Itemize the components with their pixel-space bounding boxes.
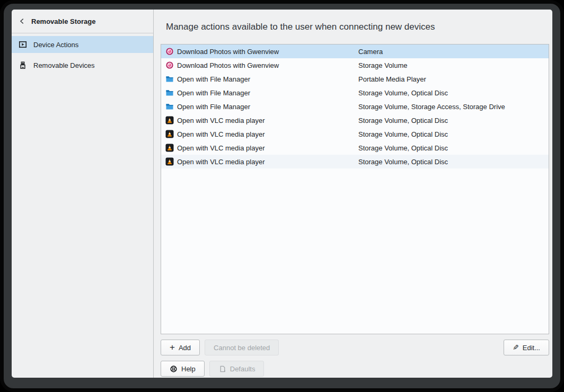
- folder-icon: [165, 75, 174, 83]
- sidebar: Removable Storage Device Actions: [12, 10, 154, 378]
- device-types: Storage Volume: [358, 61, 549, 69]
- sidebar-item-label: Device Actions: [33, 41, 78, 49]
- add-button[interactable]: + Add: [161, 340, 200, 355]
- button-row-secondary: Help Defaults: [161, 361, 549, 377]
- delete-button: Cannot be deleted: [205, 340, 279, 355]
- defaults-icon: [218, 365, 226, 373]
- help-button-label: Help: [181, 365, 196, 373]
- action-name: Open with VLC media player: [177, 144, 358, 152]
- sidebar-item-label: Removable Devices: [33, 61, 95, 69]
- action-list-row[interactable]: Open with File Manager Storage Volume, O…: [161, 86, 549, 100]
- vlc-icon: [165, 130, 174, 138]
- action-name: Open with File Manager: [177, 89, 358, 97]
- sidebar-title: Removable Storage: [31, 17, 95, 25]
- sidebar-header: Removable Storage: [12, 10, 153, 33]
- action-list-row[interactable]: Open with VLC media player Storage Volum…: [161, 141, 549, 155]
- sidebar-item-removable-devices[interactable]: Removable Devices: [12, 57, 153, 74]
- help-button[interactable]: Help: [161, 361, 205, 377]
- action-list-row[interactable]: Open with VLC media player Storage Volum…: [161, 113, 549, 127]
- device-types: Storage Volume, Optical Disc: [358, 144, 549, 152]
- action-name: Open with File Manager: [177, 75, 358, 83]
- button-row-primary: + Add Cannot be deleted ✎ Edit...: [161, 340, 549, 355]
- device-actions-list[interactable]: Download Photos with Gwenview Camera Dow…: [161, 44, 549, 334]
- pencil-icon: ✎: [513, 344, 519, 351]
- sidebar-items: Device Actions Removable Devices: [12, 33, 153, 77]
- defaults-button-label: Defaults: [230, 365, 255, 373]
- edit-button[interactable]: ✎ Edit...: [504, 340, 549, 355]
- sidebar-item-device-actions[interactable]: Device Actions: [12, 36, 153, 53]
- vlc-icon: [165, 157, 174, 166]
- action-name: Download Photos with Gwenview: [177, 48, 358, 56]
- gwenview-icon: [165, 61, 174, 69]
- action-list-row[interactable]: Open with VLC media player Storage Volum…: [161, 127, 549, 141]
- action-list-row[interactable]: Download Photos with Gwenview Camera: [161, 44, 549, 58]
- page-title: Manage actions available to the user whe…: [166, 22, 435, 32]
- action-name: Open with VLC media player: [177, 130, 358, 138]
- spacer: [284, 340, 499, 355]
- defaults-button: Defaults: [209, 361, 265, 377]
- action-name: Open with VLC media player: [177, 117, 358, 124]
- back-icon[interactable]: [18, 17, 27, 25]
- main-header: Manage actions available to the user whe…: [161, 10, 549, 44]
- folder-icon: [165, 88, 174, 97]
- device-types: Storage Volume, Optical Disc: [358, 130, 549, 138]
- device-types: Storage Volume, Optical Disc: [358, 89, 549, 97]
- vlc-icon: [165, 144, 174, 152]
- action-list-row[interactable]: Download Photos with Gwenview Storage Vo…: [161, 58, 549, 72]
- help-icon: [170, 365, 178, 373]
- main-panel: Manage actions available to the user whe…: [154, 10, 552, 378]
- device-types: Storage Volume, Optical Disc: [358, 117, 549, 124]
- edit-button-label: Edit...: [523, 344, 540, 352]
- action-list-row[interactable]: Open with File Manager Portable Media Pl…: [161, 72, 549, 86]
- device-actions-icon: [19, 40, 27, 49]
- action-list-row[interactable]: Open with File Manager Storage Volume, S…: [161, 100, 549, 113]
- gwenview-icon: [165, 47, 174, 56]
- action-name: Open with File Manager: [177, 103, 358, 111]
- action-name: Download Photos with Gwenview: [177, 61, 358, 69]
- device-types: Storage Volume, Optical Disc: [358, 158, 549, 166]
- folder-icon: [165, 102, 174, 111]
- delete-button-label: Cannot be deleted: [214, 344, 270, 352]
- device-types: Camera: [358, 48, 549, 56]
- usb-drive-icon: [19, 61, 27, 69]
- device-types: Storage Volume, Storage Access, Storage …: [358, 103, 549, 111]
- add-button-label: Add: [179, 344, 191, 352]
- vlc-icon: [165, 116, 174, 124]
- device-types: Portable Media Player: [358, 75, 549, 83]
- action-name: Open with VLC media player: [177, 158, 358, 166]
- action-list-row[interactable]: Open with VLC media player Storage Volum…: [161, 155, 549, 168]
- system-settings-window: Removable Storage Device Actions: [12, 10, 552, 378]
- plus-icon: +: [170, 343, 175, 352]
